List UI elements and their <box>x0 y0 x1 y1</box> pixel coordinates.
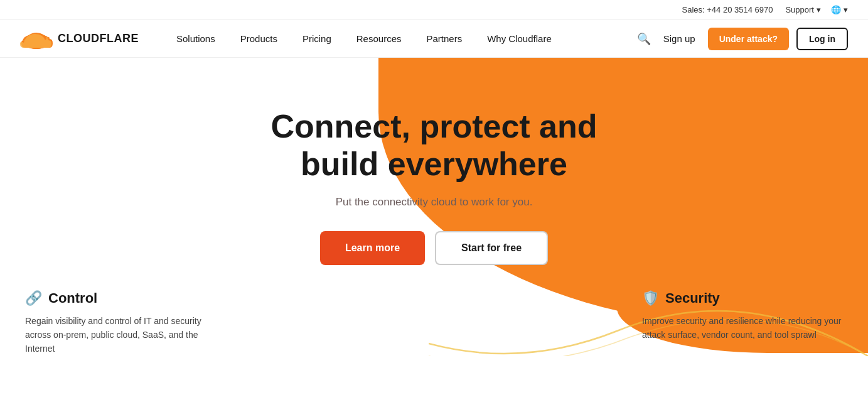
feature-header-security: 🛡️ Security <box>642 290 843 306</box>
under-attack-button[interactable]: Under attack? <box>708 28 789 50</box>
nav-links: Solutions Products Pricing Resources Par… <box>164 20 637 58</box>
hero-title: Connect, protect and build everywhere <box>271 108 597 183</box>
sales-info: Sales: +44 20 3514 6970 <box>682 5 773 14</box>
cloudflare-logo-svg <box>20 28 53 50</box>
language-button[interactable]: 🌐 ▾ <box>831 5 848 14</box>
nav-item-why-cloudflare[interactable]: Why Cloudflare <box>474 20 564 58</box>
control-icon: 🔗 <box>25 290 42 306</box>
nav-actions: 🔍 Sign up Under attack? Log in <box>637 28 848 50</box>
feature-spacer <box>226 290 642 356</box>
main-navbar: CLOUDFLARE Solutions Products Pricing Re… <box>0 20 868 58</box>
feature-card-control: 🔗 Control Regain visibility and control … <box>25 290 226 356</box>
feature-desc-control: Regain visibility and control of IT and … <box>25 314 226 356</box>
nav-item-resources[interactable]: Resources <box>344 20 414 58</box>
learn-more-button[interactable]: Learn more <box>320 231 425 265</box>
globe-icon: 🌐 <box>831 5 841 14</box>
security-icon: 🛡️ <box>642 290 659 306</box>
start-free-button[interactable]: Start for free <box>435 231 548 265</box>
top-bar: Sales: +44 20 3514 6970 Support ▾ 🌐 ▾ <box>0 0 868 20</box>
hero-content: Connect, protect and build everywhere Pu… <box>0 58 868 265</box>
features-row: 🔗 Control Regain visibility and control … <box>0 271 868 356</box>
nav-item-pricing[interactable]: Pricing <box>290 20 344 58</box>
logo-text: CLOUDFLARE <box>58 32 139 45</box>
hero-subtitle: Put the connectivity cloud to work for y… <box>336 196 533 209</box>
search-icon: 🔍 <box>637 32 651 46</box>
signup-button[interactable]: Sign up <box>658 33 700 44</box>
feature-header-control: 🔗 Control <box>25 290 226 306</box>
nav-item-solutions[interactable]: Solutions <box>164 20 228 58</box>
language-chevron: ▾ <box>844 5 848 14</box>
hero-section: Connect, protect and build everywhere Pu… <box>0 58 868 356</box>
feature-title-control: Control <box>48 290 97 306</box>
feature-card-security: 🛡️ Security Improve security and resilie… <box>642 290 843 356</box>
nav-item-partners[interactable]: Partners <box>414 20 474 58</box>
support-label: Support <box>785 5 814 14</box>
support-button[interactable]: Support ▾ <box>785 5 821 14</box>
support-chevron: ▾ <box>817 5 821 14</box>
login-button[interactable]: Log in <box>796 28 848 50</box>
hero-buttons: Learn more Start for free <box>320 231 548 265</box>
nav-item-products[interactable]: Products <box>228 20 290 58</box>
feature-desc-security: Improve security and resilience while re… <box>642 314 843 342</box>
feature-title-security: Security <box>665 290 720 306</box>
search-button[interactable]: 🔍 <box>637 32 651 46</box>
logo-link[interactable]: CLOUDFLARE <box>20 28 139 50</box>
